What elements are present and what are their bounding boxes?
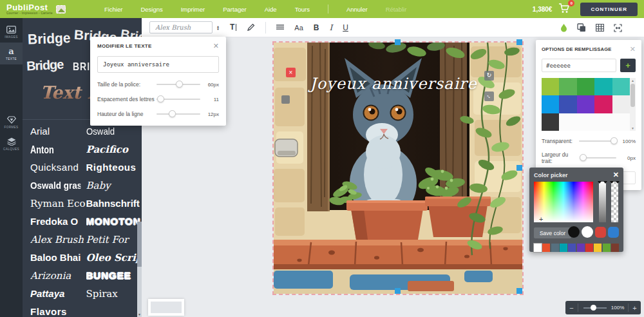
font-item-baloo-bhai[interactable]: Baloo Bhai <box>30 249 86 267</box>
fill-panel-close-icon[interactable]: ✕ <box>630 46 636 53</box>
stroke-width-slider[interactable] <box>580 157 616 158</box>
continue-button[interactable]: CONTINUER <box>580 3 638 16</box>
font-item-fredoka[interactable]: Fredoka O <box>30 213 86 231</box>
menu-item-fichier[interactable]: Fichier <box>95 6 132 13</box>
palette-swatch[interactable] <box>585 244 593 252</box>
stepper-down-icon[interactable]: ▼ <box>216 28 220 30</box>
palette-swatch[interactable] <box>594 244 601 252</box>
palette-swatch[interactable] <box>568 244 576 252</box>
swatch-scrollbar-thumb[interactable] <box>630 84 635 107</box>
value-slider[interactable] <box>599 182 606 222</box>
palette-swatch[interactable] <box>560 244 567 252</box>
duplicate-icon[interactable] <box>577 23 586 32</box>
color-swatch[interactable] <box>577 95 594 113</box>
font-item-monoton[interactable]: MONOTON <box>86 213 142 231</box>
zoom-in-button[interactable]: + <box>629 304 641 312</box>
preset-bridge-1[interactable]: Bridge <box>28 30 71 48</box>
zoom-out-button[interactable]: − <box>565 304 578 312</box>
font-item-pattaya[interactable]: Pattaya <box>30 285 86 303</box>
color-swatch[interactable] <box>594 95 612 113</box>
sidebar-item-images[interactable]: IMAGES <box>0 21 23 43</box>
menu-item-imprimer[interactable]: Imprimer <box>172 6 214 13</box>
scroll-up-icon[interactable]: ▲ <box>630 79 636 82</box>
quick-color-white[interactable] <box>582 226 593 238</box>
font-item-bungee[interactable]: BUNGEE <box>86 267 142 285</box>
fill-color-icon[interactable] <box>560 23 567 32</box>
font-item-arial[interactable]: Arial <box>30 122 86 140</box>
grid-icon[interactable] <box>596 24 604 32</box>
page-thumbnail[interactable] <box>148 299 184 316</box>
redo-button[interactable]: Rétablir <box>377 6 416 13</box>
menu-item-aide[interactable]: Aide <box>256 6 286 13</box>
font-item-baby[interactable]: Baby <box>86 177 142 195</box>
palette-swatch[interactable] <box>611 244 619 252</box>
color-swatch[interactable] <box>594 78 612 95</box>
color-swatch[interactable] <box>612 78 630 95</box>
artboard[interactable]: Joyeux anniversaire × ↻ ↔ <box>274 43 522 294</box>
resize-handle-top-right[interactable] <box>516 39 522 45</box>
quick-color-red[interactable] <box>595 227 606 238</box>
gradient-cursor[interactable]: + <box>539 216 543 222</box>
palette-swatch[interactable] <box>603 244 611 252</box>
cart-button[interactable]: 0 <box>558 3 571 15</box>
palette-swatch[interactable] <box>534 244 542 252</box>
color-swatch[interactable] <box>612 95 630 113</box>
menu-item-tours[interactable]: Tours <box>286 6 319 13</box>
font-item-oleo-script[interactable]: Oleo Script S <box>86 249 142 267</box>
bold-button[interactable]: B <box>314 23 319 32</box>
transparent-slider-thumb[interactable] <box>611 137 618 144</box>
saturation-gradient[interactable]: + <box>534 182 593 222</box>
fill-color-input[interactable] <box>542 59 616 72</box>
font-family-select[interactable]: Alex Brush <box>149 21 213 34</box>
palette-swatch[interactable] <box>551 244 559 252</box>
resize-handle-right[interactable] <box>516 165 522 171</box>
font-size-slider-thumb[interactable] <box>176 81 183 88</box>
scroll-down-icon[interactable]: ▼ <box>137 312 142 316</box>
font-item-bahnschrift[interactable]: Bahnschrift <box>86 195 142 213</box>
palette-swatch[interactable] <box>577 244 585 252</box>
stroke-width-slider-thumb[interactable] <box>580 154 587 161</box>
font-item-petit-formal[interactable]: Petit For <box>86 231 142 249</box>
text-size-button[interactable]: T <box>230 24 236 31</box>
zoom-slider[interactable] <box>583 307 607 309</box>
transparent-slider[interactable] <box>579 140 616 142</box>
rotate-text-handle[interactable]: ↻ <box>484 71 494 81</box>
undo-button[interactable]: Annuler <box>337 6 377 13</box>
modal-close-icon[interactable]: ✕ <box>213 43 219 50</box>
add-color-button[interactable]: + <box>620 59 636 72</box>
letter-spacing-slider[interactable] <box>156 99 200 100</box>
color-swatch[interactable] <box>542 113 559 131</box>
color-swatch[interactable] <box>542 78 559 95</box>
color-swatch[interactable] <box>542 95 559 113</box>
canvas-text-element[interactable]: Joyeux anniversaire <box>293 75 494 93</box>
brand-logo[interactable]: PubliPost Courrier - Impression - Carter… <box>6 3 66 15</box>
font-item-flavors[interactable]: Flavors <box>30 303 86 317</box>
preset-bridge-4[interactable]: Bridge <box>26 57 63 74</box>
sidebar-item-calques[interactable]: CALQUES <box>0 133 23 155</box>
quick-color-blue[interactable] <box>608 227 619 238</box>
font-panel-scrollbar[interactable]: ▼ <box>137 222 142 317</box>
line-height-slider[interactable] <box>156 113 200 115</box>
font-item-anton[interactable]: Anton <box>30 140 78 160</box>
resize-handle-top[interactable] <box>395 39 401 45</box>
delete-text-button[interactable]: × <box>286 68 296 77</box>
sidebar-item-texte[interactable]: a TEXTE <box>0 43 23 64</box>
font-item-spirax[interactable]: Spirax <box>86 285 142 303</box>
quick-color-black[interactable] <box>568 226 580 238</box>
color-swatch[interactable] <box>559 95 576 113</box>
font-item-arizonia[interactable]: Arizonia <box>30 267 86 285</box>
align-button[interactable] <box>276 24 284 31</box>
text-color-button[interactable] <box>247 23 255 32</box>
text-drag-handle[interactable] <box>281 95 290 104</box>
save-color-button[interactable]: Save color <box>534 227 571 238</box>
font-panel-scrollbar-thumb[interactable] <box>137 222 142 267</box>
resize-text-handle[interactable]: ↔ <box>484 91 494 101</box>
font-item-quicksand[interactable]: Quicksand <box>30 158 86 177</box>
scroll-down-icon[interactable]: ▼ <box>630 126 636 130</box>
font-size-slider[interactable] <box>156 84 200 85</box>
font-item-alex-brush[interactable]: Alex Brush <box>30 231 86 249</box>
text-case-button[interactable]: Aa <box>294 24 303 32</box>
color-picker-close-icon[interactable]: ✕ <box>613 171 619 178</box>
font-item-pacifico[interactable]: Pacifico <box>86 140 142 158</box>
font-item-righteous[interactable]: Righteous <box>86 158 142 177</box>
